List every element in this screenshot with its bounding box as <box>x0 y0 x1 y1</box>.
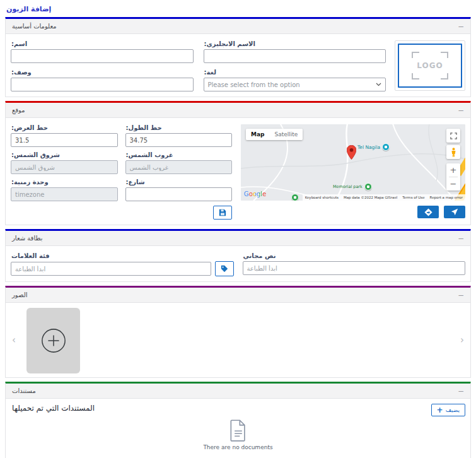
logo-upload-area[interactable]: LOGO <box>395 40 465 91</box>
english-name-input[interactable] <box>204 49 386 63</box>
description-input[interactable] <box>11 78 194 91</box>
map-attribution: Keyboard shortcuts Map data ©2022 Mapa G… <box>303 194 465 201</box>
terms-link[interactable]: Terms of Use <box>402 196 424 199</box>
street-input[interactable] <box>125 187 233 201</box>
no-documents-text: There are no documents <box>203 444 272 450</box>
map-pin-icon[interactable] <box>347 145 356 161</box>
save-location-button[interactable] <box>213 206 232 220</box>
free-text-label: نص مجاني <box>243 252 466 259</box>
fullscreen-icon <box>450 132 457 139</box>
section-documents: مستندات − المستندات التي تم تحميلها + يض… <box>5 382 471 458</box>
pegman-icon <box>451 148 456 157</box>
document-icon <box>229 419 247 442</box>
collapse-icon[interactable]: − <box>458 291 464 299</box>
plus-circle-icon <box>40 327 67 354</box>
language-select-placeholder: Please select from the option <box>208 81 300 88</box>
park-poi-icon[interactable] <box>364 183 372 191</box>
longitude-label: خط الطول: <box>126 124 233 131</box>
logo-box: LOGO <box>398 44 462 88</box>
park-poi-icon[interactable] <box>291 194 299 201</box>
sunrise-label: شروق الشمس: <box>11 151 118 158</box>
google-logo: Google <box>244 191 266 197</box>
add-document-button[interactable]: + يضيف <box>431 404 465 416</box>
poi-label: Tel Nagila <box>357 144 380 150</box>
satellite-tab[interactable]: Satellite <box>269 129 303 140</box>
carousel-next-button[interactable]: › <box>460 336 464 345</box>
chevron-down-icon <box>376 83 381 86</box>
section-basic-title: معلومات أساسية <box>12 23 57 30</box>
free-text-input[interactable] <box>243 261 466 275</box>
directions-button[interactable] <box>417 206 439 218</box>
zoom-out-button[interactable]: − <box>446 177 460 191</box>
section-badge-title: بطاقة شعار <box>12 235 42 242</box>
sunset-input <box>125 160 233 174</box>
tags-category-input[interactable] <box>11 262 211 276</box>
zoom-in-button[interactable]: + <box>446 163 460 177</box>
timezone-input <box>11 187 118 201</box>
section-location: موقع − خط العرض: خط الطول: شروق الشمس: <box>5 101 471 225</box>
section-location-header: موقع − <box>6 103 470 118</box>
navigate-button[interactable] <box>444 206 465 218</box>
language-label: لغة: <box>204 69 386 76</box>
collapse-icon[interactable]: − <box>458 387 464 395</box>
sunrise-input <box>11 160 118 174</box>
description-label: وصف: <box>11 69 194 76</box>
plus-icon: + <box>437 406 443 414</box>
keyboard-shortcuts-link[interactable]: Keyboard shortcuts <box>305 196 339 199</box>
language-select[interactable]: Please select from the option <box>204 78 386 91</box>
collapse-icon[interactable]: − <box>458 235 464 242</box>
google-map[interactable]: Map Satellite <box>241 124 465 201</box>
save-icon <box>219 209 226 216</box>
timezone-label: وحدة زمنية: <box>11 179 118 185</box>
section-images-title: الصور <box>12 291 28 298</box>
poi-label: Memorial park <box>333 184 363 189</box>
photo-poi-icon[interactable] <box>382 143 390 151</box>
navigation-icon <box>451 208 458 216</box>
directions-icon <box>424 208 432 216</box>
fullscreen-button[interactable] <box>446 129 460 143</box>
add-image-button[interactable] <box>26 308 80 373</box>
name-label: اسم: <box>11 40 194 47</box>
collapse-icon[interactable]: − <box>458 23 464 30</box>
add-document-label: يضيف <box>446 407 460 413</box>
longitude-input[interactable] <box>125 133 233 147</box>
section-basic-info: معلومات أساسية − اسم: الاسم الانجليزي: و… <box>5 17 471 97</box>
name-input[interactable] <box>11 49 194 63</box>
page-title: إضافة الزبون <box>5 4 471 17</box>
sunset-label: غروب الشمس: <box>126 151 233 158</box>
carousel-prev-button[interactable]: ‹ <box>12 336 16 345</box>
collapse-icon[interactable]: − <box>458 107 464 114</box>
latitude-input[interactable] <box>11 133 118 147</box>
logo-placeholder-text: LOGO <box>417 61 443 70</box>
map-tab[interactable]: Map <box>246 129 269 140</box>
logo-frame-icon: LOGO <box>412 52 448 79</box>
zoom-control: + − <box>446 163 460 191</box>
section-images-header: الصور − <box>6 288 470 303</box>
pegman-button[interactable] <box>446 145 460 159</box>
english-name-label: الاسم الانجليزي: <box>204 40 386 47</box>
uploaded-documents-heading: المستندات التي تم تحميلها <box>11 404 465 413</box>
section-badge: بطاقة شعار − فئة العلامات نص مجاني <box>5 229 471 282</box>
section-location-title: موقع <box>12 107 25 114</box>
section-badge-header: بطاقة شعار − <box>6 231 470 246</box>
section-documents-header: مستندات − <box>6 384 470 399</box>
tag-icon <box>221 265 228 273</box>
tags-button[interactable] <box>215 261 234 276</box>
tags-category-label: فئة العلامات <box>11 252 234 259</box>
report-error-link[interactable]: Report a map error <box>430 196 463 199</box>
latitude-label: خط العرض: <box>11 124 118 131</box>
section-basic-header: معلومات أساسية − <box>6 19 470 34</box>
section-images: الصور − ‹ › <box>5 286 471 378</box>
map-data-text: Map data ©2022 Mapa GISrael <box>344 196 397 199</box>
street-label: شارع: <box>126 179 233 185</box>
section-documents-title: مستندات <box>12 387 36 394</box>
